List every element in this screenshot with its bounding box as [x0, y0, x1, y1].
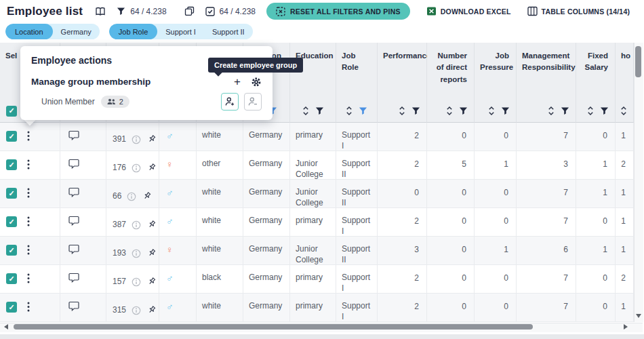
pin-icon[interactable] — [146, 134, 157, 144]
cell-fixed_salary: 0 — [576, 294, 616, 322]
copy-icon[interactable] — [184, 6, 195, 16]
sort-icon-performance[interactable] — [399, 106, 405, 116]
column-header-direct_reports[interactable]: Number of direct reports — [427, 43, 475, 100]
sort-icon-management_responsibility[interactable] — [548, 106, 555, 116]
row-menu-kebab-icon[interactable] — [27, 302, 30, 312]
cell-job_role: Support II — [336, 151, 378, 180]
comment-icon[interactable] — [68, 244, 106, 254]
column-header-performance[interactable]: Performance — [378, 43, 427, 100]
cell-job_pressure: 0 — [475, 294, 517, 322]
horizontal-scrollbar-thumb[interactable] — [14, 324, 533, 330]
cell-direct_reports: 0 — [427, 208, 475, 237]
filter-funnel-icon-fixed_salary[interactable] — [600, 106, 609, 115]
filter-funnel-icon-education[interactable] — [315, 106, 324, 115]
column-header-job_pressure[interactable]: Job Pressure — [475, 43, 517, 100]
row-menu-kebab-icon[interactable] — [27, 188, 30, 198]
row-menu-kebab-icon[interactable] — [27, 216, 30, 226]
cell-comment — [60, 208, 106, 237]
vertical-scrollbar[interactable] — [634, 43, 643, 322]
filtered-count: 64 / 4.238 — [130, 7, 166, 16]
cell-job_pressure: 0 — [475, 123, 517, 151]
book-icon[interactable] — [95, 7, 106, 16]
info-icon[interactable] — [127, 192, 136, 201]
pin-icon[interactable] — [146, 248, 157, 258]
comment-icon[interactable] — [68, 187, 106, 197]
scroll-left-arrow-icon[interactable] — [4, 324, 8, 330]
comment-icon[interactable] — [68, 159, 106, 169]
filter-chip-field[interactable]: Location — [5, 24, 53, 39]
cell-gender: ♂ — [159, 208, 197, 237]
cell-location: Germany — [243, 208, 290, 237]
filter-funnel-icon-performance[interactable] — [411, 106, 420, 115]
row-menu-kebab-icon[interactable] — [27, 273, 30, 283]
row-menu-kebab-icon[interactable] — [27, 131, 30, 141]
pin-icon[interactable] — [146, 163, 157, 173]
filter-chip-value[interactable]: Support I — [157, 28, 204, 36]
vertical-scrollbar-thumb[interactable] — [635, 46, 641, 77]
row-checkbox[interactable]: ✓ — [6, 216, 17, 227]
create-group-plus-button[interactable]: + — [234, 76, 241, 87]
column-header-fixed_salary[interactable]: Fixed Salary — [576, 43, 616, 100]
info-icon[interactable] — [132, 220, 141, 230]
download-excel-button[interactable]: DOWNLOAD EXCEL — [426, 6, 511, 16]
filter-funnel-icon-direct_reports[interactable] — [459, 106, 468, 115]
sort-icon-job_role[interactable] — [346, 106, 353, 116]
group-settings-gear-icon[interactable] — [251, 77, 262, 87]
sort-icon-direct_reports[interactable] — [446, 106, 453, 116]
row-menu-kebab-icon[interactable] — [27, 159, 30, 170]
cell-fixed_salary: 1 — [576, 180, 616, 208]
comment-icon[interactable] — [68, 216, 106, 226]
cell-education: primary — [290, 294, 336, 322]
filter-funnel-icon-management_responsibility[interactable] — [561, 106, 569, 115]
column-header-ho[interactable]: ho — [616, 43, 634, 100]
pin-icon[interactable] — [146, 277, 157, 287]
filter-chip-field[interactable]: Job Role — [109, 24, 157, 39]
pin-icon[interactable] — [142, 191, 152, 201]
pin-icon[interactable] — [146, 220, 157, 230]
comment-icon[interactable] — [68, 301, 106, 311]
info-icon[interactable] — [132, 135, 141, 144]
scroll-right-arrow-icon[interactable] — [624, 324, 628, 330]
cell-ho: 2 — [616, 265, 634, 294]
row-menu-kebab-icon[interactable] — [27, 245, 30, 255]
column-header-job_role[interactable]: Job Role — [336, 43, 378, 100]
comment-icon[interactable] — [68, 273, 106, 283]
reset-button-label: RESET ALL FILTERS AND PINS — [290, 7, 401, 16]
info-icon[interactable] — [132, 306, 141, 315]
cell-select: ✓ — [0, 265, 60, 294]
row-checkbox[interactable]: ✓ — [6, 159, 17, 170]
pin-icon[interactable] — [146, 305, 157, 315]
reset-all-filters-button[interactable]: RESET ALL FILTERS AND PINS — [266, 3, 410, 20]
filter-funnel-icon-job_pressure[interactable] — [501, 106, 510, 115]
filter-chip-group: LocationGermany — [5, 24, 100, 39]
info-icon[interactable] — [132, 163, 141, 173]
cell-ho: 1 — [616, 208, 634, 237]
cell-direct_reports: 0 — [427, 180, 475, 208]
table-columns-button[interactable]: TABLE COLUMNS (14/14) — [527, 6, 630, 16]
row-checkbox[interactable]: ✓ — [6, 245, 17, 256]
cell-job_role: Support II — [336, 180, 378, 208]
scroll-down-arrow-icon[interactable] — [636, 314, 641, 318]
column-header-management_responsibility[interactable]: Management Responsibility — [517, 43, 576, 100]
filter-funnel-icon-job_role[interactable] — [359, 106, 367, 115]
sort-icon-ho[interactable] — [620, 106, 627, 116]
sort-icon-fixed_salary[interactable] — [587, 106, 594, 116]
filter-chip-value[interactable]: Germany — [53, 28, 100, 36]
reset-icon — [276, 7, 285, 16]
info-icon[interactable] — [132, 277, 141, 287]
info-icon[interactable] — [132, 249, 141, 258]
filter-chip-group: Job RoleSupport ISupport II — [109, 24, 253, 39]
cell-job_pressure: 1 — [475, 237, 517, 265]
add-to-group-button[interactable] — [221, 93, 239, 111]
remove-from-group-button[interactable] — [244, 93, 262, 111]
sort-icon-education[interactable] — [302, 106, 309, 116]
row-checkbox[interactable]: ✓ — [6, 302, 17, 313]
select-all-checkbox[interactable]: ✓ — [6, 106, 17, 117]
comment-icon[interactable] — [68, 130, 106, 140]
row-checkbox[interactable]: ✓ — [6, 188, 17, 199]
row-checkbox[interactable]: ✓ — [6, 273, 17, 284]
sort-icon-job_pressure[interactable] — [488, 106, 495, 116]
row-checkbox[interactable]: ✓ — [6, 131, 17, 142]
filter-chip-value[interactable]: Support II — [204, 28, 253, 36]
column-controls-direct_reports — [427, 100, 475, 123]
